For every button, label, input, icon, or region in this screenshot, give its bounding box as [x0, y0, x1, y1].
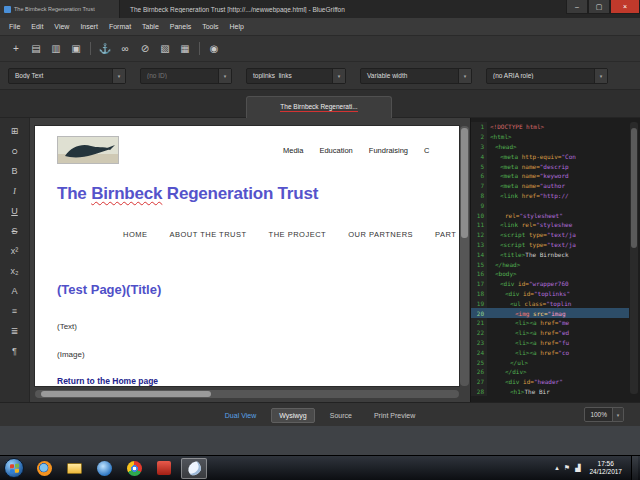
source-code-line[interactable]: 6<meta name="keyword — [471, 171, 629, 181]
separator[interactable] — [199, 42, 200, 55]
strikethrough-icon[interactable]: S — [5, 222, 25, 239]
source-button[interactable]: Source — [323, 409, 359, 422]
window-titlebar[interactable]: The Birnbeck Regeneration Trust The Birn… — [0, 0, 640, 18]
bluegriffon-taskbar-button[interactable] — [181, 458, 207, 479]
hidden-icons-icon[interactable]: ▴ — [555, 464, 559, 472]
unordered-list-icon[interactable]: ≡ — [5, 302, 25, 319]
superscript-icon[interactable]: x² — [5, 242, 25, 259]
link-icon[interactable]: ∞ — [117, 41, 133, 57]
anchor-icon[interactable]: ⚓ — [97, 41, 113, 57]
show-desktop-button[interactable] — [631, 456, 638, 480]
site-heading[interactable]: The Birnbeck Regeneration Trust — [57, 184, 318, 204]
chevron-down-icon[interactable]: ▾ — [112, 69, 125, 83]
bold-icon[interactable]: B — [5, 162, 25, 179]
source-code-line[interactable]: 4<meta http-equiv="Con — [471, 151, 629, 161]
source-code-line[interactable]: 11<link rel="styleshee — [471, 220, 629, 230]
source-code-line[interactable]: 8<link href="http:// — [471, 191, 629, 201]
top-nav-link[interactable]: Education — [319, 146, 352, 155]
main-nav-link[interactable]: OUR PARTNERS — [348, 230, 413, 239]
source-code-line[interactable]: 7<meta name="author — [471, 181, 629, 191]
dual-view-button[interactable]: Dual View — [218, 409, 263, 422]
source-code-line[interactable]: 28<h1>The Bir — [471, 387, 629, 397]
wysiwyg-page[interactable]: Media Education Fundraising C The Birnbe… — [35, 126, 459, 386]
source-code-line[interactable]: 19<ul class="toplin — [471, 298, 629, 308]
scrollbar-thumb[interactable] — [461, 128, 468, 238]
source-code-line[interactable]: 15</head> — [471, 259, 629, 269]
source-code-line[interactable]: 18<div id="toplinks" — [471, 289, 629, 299]
source-code-line[interactable]: 27<div id="header" — [471, 377, 629, 387]
table-icon[interactable]: ▦ — [177, 41, 193, 57]
top-nav-link[interactable]: Media — [283, 146, 303, 155]
italic-icon[interactable]: I — [5, 182, 25, 199]
page-image-placeholder[interactable]: (Image) — [57, 350, 85, 359]
wysiwyg-button[interactable]: Wysiwyg — [271, 408, 315, 423]
top-nav-link[interactable]: C — [424, 146, 429, 155]
unlink-icon[interactable]: ⊘ — [137, 41, 153, 57]
media-player-taskbar-button[interactable] — [91, 458, 117, 479]
source-editor[interactable]: 1<!DOCTYPE html>2<html>3<head>4<meta htt… — [471, 122, 629, 398]
chrome-taskbar-button[interactable] — [121, 458, 147, 479]
source-code-line[interactable]: 21<li><a href="me — [471, 318, 629, 328]
main-nav-link[interactable]: HOME — [123, 230, 148, 239]
top-nav-link[interactable]: Fundraising — [369, 146, 408, 155]
source-vertical-scrollbar[interactable] — [630, 122, 638, 394]
menu-item[interactable]: File — [4, 20, 25, 33]
source-code-line[interactable]: 14<title>The Birnbeck — [471, 249, 629, 259]
close-button[interactable]: × — [610, 0, 640, 14]
paragraph-icon[interactable]: ¶ — [5, 342, 25, 359]
source-code-line[interactable]: 13<script type="text/ja — [471, 240, 629, 250]
main-nav-link[interactable]: THE PROJECT — [269, 230, 327, 239]
menu-item[interactable]: Help — [225, 20, 249, 33]
source-code-line[interactable]: 3<head> — [471, 142, 629, 152]
globe-icon[interactable]: ◉ — [206, 41, 222, 57]
add-icon[interactable]: + — [8, 41, 24, 57]
menu-item[interactable]: Tools — [197, 20, 223, 33]
new-document-icon[interactable]: ▤ — [28, 41, 44, 57]
chevron-down-icon[interactable]: ▾ — [458, 69, 471, 83]
source-code-line[interactable]: 25</ul> — [471, 357, 629, 367]
main-nav-link[interactable]: PART — [435, 230, 456, 239]
menu-item[interactable]: Panels — [165, 20, 196, 33]
chevron-down-icon[interactable]: ▾ — [218, 69, 231, 83]
source-code-line[interactable]: 1<!DOCTYPE html> — [471, 122, 629, 132]
image-icon[interactable]: ▧ — [157, 41, 173, 57]
save-icon[interactable]: ▣ — [68, 41, 84, 57]
source-code-line[interactable]: 17<div id="wrapper760 — [471, 279, 629, 289]
grid-icon[interactable]: ⊞ — [5, 122, 25, 139]
menu-item[interactable]: Insert — [75, 20, 103, 33]
source-code-line[interactable]: 2<html> — [471, 132, 629, 142]
main-nav-link[interactable]: ABOUT THE TRUST — [170, 230, 247, 239]
class-dropdown[interactable]: toplinks_links ▾ — [246, 68, 346, 84]
action-center-flag-icon[interactable]: ⚑ — [564, 464, 570, 472]
menu-item[interactable]: Edit — [26, 20, 48, 33]
vertical-scrollbar[interactable] — [460, 126, 469, 386]
document-tab[interactable]: The Birnbeck Regenerati... — [246, 96, 392, 118]
red-app-taskbar-button[interactable] — [151, 458, 177, 479]
minimize-button[interactable]: – — [566, 0, 588, 14]
source-code-line[interactable]: 20<img src="imag — [471, 308, 629, 318]
menu-item[interactable]: View — [49, 20, 74, 33]
site-logo-image[interactable] — [57, 136, 119, 164]
source-code-line[interactable]: 26</div> — [471, 367, 629, 377]
scrollbar-thumb[interactable] — [41, 391, 211, 397]
paragraph-format-dropdown[interactable]: Body Text ▾ — [8, 68, 126, 84]
print-preview-button[interactable]: Print Preview — [367, 409, 422, 422]
home-page-link[interactable]: Return to the Home page — [57, 376, 158, 386]
page-text-placeholder[interactable]: (Text) — [57, 322, 77, 331]
page-title-placeholder[interactable]: (Test Page)(Title) — [57, 282, 161, 297]
width-dropdown[interactable]: Variable width ▾ — [360, 68, 472, 84]
menu-item[interactable]: Format — [104, 20, 136, 33]
taskbar-clock[interactable]: 17:56 24/12/2017 — [585, 460, 626, 476]
scrollbar-thumb[interactable] — [631, 128, 637, 248]
separator[interactable] — [90, 42, 91, 55]
source-code-line[interactable]: 23<li><a href="fu — [471, 338, 629, 348]
source-code-line[interactable]: 10rel="stylesheet" — [471, 210, 629, 220]
font-color-icon[interactable]: A — [5, 282, 25, 299]
source-code-line[interactable]: 9 — [471, 200, 629, 210]
source-code-line[interactable]: 12<script type="text/ja — [471, 230, 629, 240]
id-dropdown[interactable]: (no ID) ▾ — [140, 68, 232, 84]
aria-role-dropdown[interactable]: (no ARIA role) ▾ — [486, 68, 608, 84]
start-button[interactable] — [4, 458, 24, 478]
open-document-icon[interactable]: ▥ — [48, 41, 64, 57]
chevron-down-icon[interactable]: ▾ — [332, 69, 345, 83]
